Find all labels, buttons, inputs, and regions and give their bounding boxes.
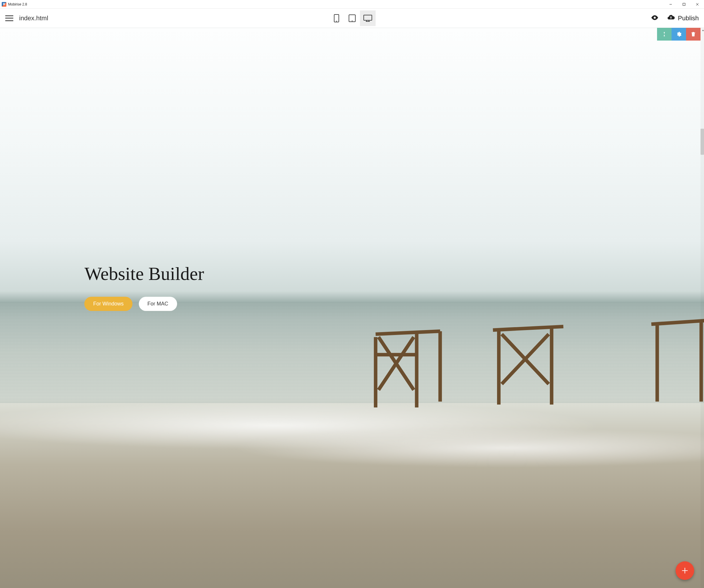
svg-point-12 [654, 16, 656, 18]
device-switcher [329, 10, 375, 26]
window-title: Mobirise 2.8 [8, 2, 27, 6]
gear-icon [676, 31, 682, 37]
svg-line-27 [651, 321, 704, 324]
svg-point-7 [352, 20, 352, 21]
app-toolbar: index.html Publish [0, 9, 704, 28]
svg-line-15 [375, 331, 440, 334]
menu-button[interactable] [5, 15, 13, 21]
block-delete-button[interactable] [686, 28, 701, 41]
hero-button-primary[interactable]: For Windows [84, 297, 132, 311]
svg-rect-1 [683, 3, 685, 5]
scroll-thumb[interactable] [701, 129, 704, 155]
move-vertical-icon [661, 31, 667, 37]
hero-title[interactable]: Website Builder [84, 263, 204, 285]
block-settings-button[interactable] [671, 28, 686, 41]
window-minimize-button[interactable] [664, 0, 677, 9]
svg-rect-8 [364, 15, 372, 20]
editor-canvas[interactable]: Website Builder For Windows For MAC ▴ [0, 28, 704, 588]
window-close-button[interactable] [691, 0, 704, 9]
bg-pier [352, 302, 704, 442]
hero-button-secondary[interactable]: For MAC [139, 297, 177, 311]
current-page-name[interactable]: index.html [19, 14, 48, 22]
device-mobile-button[interactable] [329, 10, 344, 26]
device-tablet-button[interactable] [344, 10, 360, 26]
hero-block[interactable]: Website Builder For Windows For MAC [84, 263, 204, 311]
app-icon: M [2, 2, 6, 7]
trash-icon [690, 31, 696, 37]
block-move-button[interactable] [657, 28, 671, 41]
device-desktop-button[interactable] [360, 10, 375, 26]
window-maximize-button[interactable] [677, 0, 691, 9]
svg-point-5 [336, 20, 337, 21]
cloud-upload-icon [667, 13, 675, 23]
scroll-up-icon[interactable]: ▴ [702, 28, 704, 32]
plus-icon [681, 567, 689, 574]
block-toolbar [657, 28, 701, 41]
canvas-scrollbar[interactable]: ▴ [701, 28, 704, 588]
add-block-button[interactable] [676, 561, 694, 580]
preview-button[interactable] [651, 14, 659, 23]
window-titlebar: M Mobirise 2.8 [0, 0, 704, 9]
publish-button[interactable]: Publish [667, 13, 699, 23]
publish-label: Publish [678, 14, 699, 22]
